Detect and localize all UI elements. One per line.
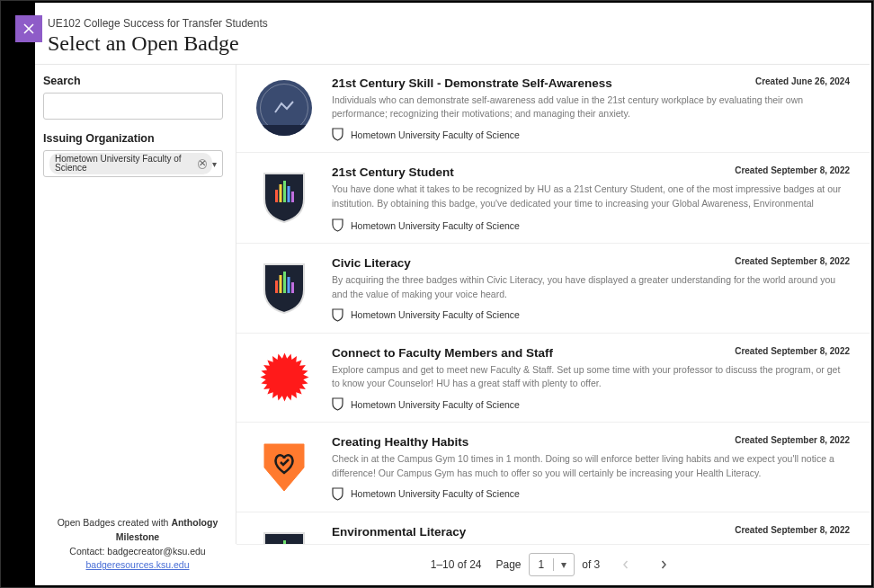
badge-image	[253, 76, 316, 139]
svg-rect-7	[275, 281, 278, 293]
badge-org: Hometown University Faculty of Science	[332, 397, 850, 411]
badge-description: Check in at the Campus Gym 10 times in 1…	[332, 452, 850, 479]
badge-image	[253, 525, 316, 544]
chevron-right-icon	[659, 560, 668, 569]
current-page: 1	[530, 558, 554, 571]
badge-org: Hometown University Faculty of Science	[332, 308, 850, 322]
badge-created-date: Created September 8, 2022	[735, 435, 850, 445]
shield-icon	[332, 218, 343, 232]
svg-rect-11	[291, 282, 294, 293]
badge-image	[253, 435, 316, 498]
badge-row[interactable]: Environmental Literacy Created September…	[236, 512, 870, 544]
badge-row[interactable]: Connect to Faculty Members and Staff Cre…	[236, 334, 870, 423]
shield-icon	[332, 397, 343, 411]
badge-list: 21st Century Skill - Demonstrate Self-Aw…	[236, 64, 870, 544]
badge-org: Hometown University Faculty of Science	[332, 128, 850, 141]
badge-row[interactable]: 21st Century Student Created September 8…	[236, 153, 870, 244]
badge-title: Creating Healthy Habits	[332, 435, 468, 449]
svg-rect-6	[291, 192, 294, 202]
total-pages: of 3	[582, 558, 600, 571]
badge-org: Hometown University Faculty of Science	[332, 487, 850, 501]
search-input[interactable]	[43, 93, 223, 120]
svg-rect-9	[283, 272, 286, 293]
org-select[interactable]: Hometown University Faculty of Science ✕…	[43, 150, 223, 177]
org-label: Issuing Organization	[43, 132, 232, 145]
badge-image	[253, 346, 316, 409]
badge-org: Hometown University Faculty of Science	[332, 218, 850, 232]
badge-title: 21st Century Skill - Demonstrate Self-Aw…	[332, 76, 612, 90]
org-chip[interactable]: Hometown University Faculty of Science ✕	[49, 153, 212, 174]
app-left-strip	[3, 3, 35, 585]
chip-remove-icon[interactable]: ✕	[198, 159, 207, 169]
badge-title: Connect to Faculty Members and Staff	[332, 346, 553, 360]
badge-title: Civic Literacy	[332, 256, 411, 270]
svg-rect-2	[275, 190, 278, 202]
svg-rect-8	[280, 275, 282, 293]
badge-created-date: Created September 8, 2022	[735, 346, 850, 356]
breadcrumb: UE102 College Success for Transfer Stude…	[48, 17, 859, 30]
shield-icon	[332, 128, 343, 141]
pagination-range: 1–10 of 24	[431, 558, 482, 571]
page-title: Select an Open Badge	[48, 31, 859, 56]
page-select[interactable]: 1 ▾	[529, 553, 575, 576]
svg-rect-5	[288, 186, 290, 202]
chevron-down-icon: ▾	[212, 159, 217, 169]
org-chip-label: Hometown University Faculty of Science	[55, 155, 194, 173]
left-footer: Open Badges created with Anthology Miles…	[43, 516, 232, 573]
badge-created-date: Created September 8, 2022	[735, 256, 850, 266]
search-label: Search	[43, 75, 232, 87]
badge-description: Explore campus and get to meet new Facul…	[332, 363, 850, 390]
badge-description: By acquiring the three badges within Civ…	[332, 273, 850, 300]
badge-title: Environmental Literacy	[332, 525, 466, 539]
footer-text: Open Badges created with	[58, 517, 172, 528]
chevron-left-icon	[621, 560, 630, 569]
badge-row[interactable]: Creating Healthy Habits Created Septembe…	[236, 423, 870, 512]
badge-image	[253, 165, 316, 228]
badge-row[interactable]: Civic Literacy Created September 8, 2022…	[236, 244, 870, 333]
badge-description: You have done what it takes to be recogn…	[332, 183, 850, 211]
footer-contact: Contact: badgecreator@ksu.edu	[43, 545, 232, 559]
pagination: 1–10 of 24 Page 1 ▾ of 3	[236, 544, 870, 584]
close-icon	[22, 22, 36, 36]
shield-icon	[332, 308, 343, 322]
footer-link[interactable]: badgeresources.ksu.edu	[86, 559, 190, 570]
badge-created-date: Created June 26, 2024	[755, 76, 850, 86]
page-label: Page	[495, 558, 521, 571]
badge-created-date: Created September 8, 2022	[735, 525, 850, 535]
badge-title: 21st Century Student	[332, 165, 454, 179]
badge-row[interactable]: 21st Century Skill - Demonstrate Self-Aw…	[236, 64, 870, 153]
badge-image	[253, 256, 316, 319]
svg-rect-10	[288, 277, 290, 293]
prev-page-button[interactable]	[614, 553, 638, 576]
shield-icon	[332, 487, 343, 501]
chevron-down-icon: ▾	[553, 558, 574, 571]
next-page-button[interactable]	[652, 553, 675, 576]
badge-description: Individuals who can demonstrate self-awa…	[332, 94, 850, 120]
close-button[interactable]	[15, 15, 42, 42]
svg-rect-3	[280, 184, 282, 202]
svg-rect-4	[283, 181, 286, 202]
svg-marker-12	[260, 353, 308, 402]
badge-created-date: Created September 8, 2022	[735, 165, 850, 175]
